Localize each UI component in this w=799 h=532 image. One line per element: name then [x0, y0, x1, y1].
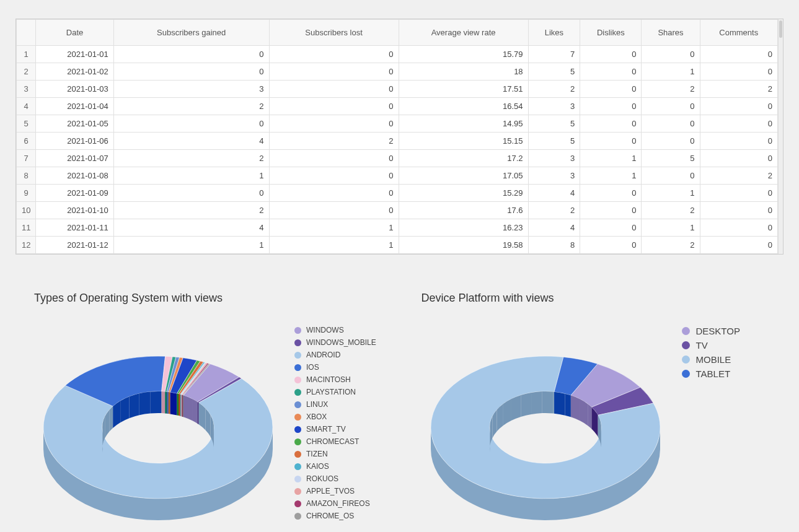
- table-cell[interactable]: 2: [113, 202, 269, 219]
- table-row[interactable]: 32021-01-033017.512022: [17, 81, 778, 98]
- os-donut-chart[interactable]: [34, 322, 282, 532]
- table-cell[interactable]: 2021-01-10: [36, 202, 113, 219]
- table-cell[interactable]: 3: [528, 98, 580, 115]
- table-cell[interactable]: 2021-01-01: [36, 46, 113, 63]
- table-cell[interactable]: 1: [113, 167, 269, 185]
- table-cell[interactable]: 2021-01-07: [36, 150, 113, 167]
- table-cell[interactable]: 2021-01-09: [36, 185, 113, 202]
- col-header[interactable]: Date: [36, 20, 113, 46]
- table-cell[interactable]: 0: [642, 167, 700, 185]
- table-cell[interactable]: 0: [642, 98, 700, 115]
- legend-item[interactable]: TV: [682, 340, 740, 351]
- table-row[interactable]: 42021-01-042016.543000: [17, 98, 778, 115]
- table-cell[interactable]: 2: [113, 150, 269, 167]
- table-cell[interactable]: 2: [642, 81, 700, 98]
- table-cell[interactable]: 15.79: [399, 46, 528, 63]
- table-cell[interactable]: 0: [269, 81, 399, 98]
- table-cell[interactable]: 17.6: [399, 202, 528, 219]
- legend-item[interactable]: WINDOWS: [294, 326, 376, 334]
- legend-item[interactable]: KAIOS: [294, 462, 376, 471]
- table-cell[interactable]: 1: [642, 63, 700, 81]
- table-cell[interactable]: 3: [528, 167, 580, 185]
- table-cell[interactable]: 0: [113, 63, 269, 81]
- table-cell[interactable]: 0: [269, 63, 399, 81]
- table-cell[interactable]: 0: [269, 202, 399, 219]
- table-cell[interactable]: 16.54: [399, 98, 528, 115]
- table-cell[interactable]: 0: [580, 98, 642, 115]
- table-cell[interactable]: 0: [700, 46, 777, 63]
- device-donut-chart[interactable]: [422, 322, 669, 532]
- table-cell[interactable]: 0: [700, 237, 777, 254]
- table-cell[interactable]: 0: [700, 63, 777, 81]
- table-cell[interactable]: 5: [528, 115, 580, 133]
- table-cell[interactable]: 0: [580, 185, 642, 202]
- table-cell[interactable]: 0: [113, 185, 269, 202]
- table-cell[interactable]: 0: [113, 46, 269, 63]
- table-row[interactable]: 122021-01-121119.588020: [17, 237, 778, 254]
- table-cell[interactable]: 2: [269, 133, 399, 150]
- legend-item[interactable]: XBOX: [294, 412, 376, 421]
- table-cell[interactable]: 14.95: [399, 115, 528, 133]
- table-cell[interactable]: 0: [700, 150, 777, 167]
- legend-item[interactable]: IOS: [294, 363, 376, 372]
- table-cell[interactable]: 0: [580, 81, 642, 98]
- table-cell[interactable]: 0: [269, 46, 399, 63]
- table-cell[interactable]: 2021-01-03: [36, 81, 113, 98]
- table-cell[interactable]: 0: [580, 115, 642, 133]
- table-cell[interactable]: 0: [580, 237, 642, 254]
- table-cell[interactable]: 2: [700, 167, 777, 185]
- table-cell[interactable]: 2: [642, 202, 700, 219]
- table-cell[interactable]: 0: [700, 202, 777, 219]
- col-header[interactable]: Subscribers gained: [113, 20, 269, 46]
- table-cell[interactable]: 3: [528, 150, 580, 167]
- table-cell[interactable]: 2021-01-04: [36, 98, 113, 115]
- legend-item[interactable]: CHROME_OS: [294, 512, 376, 520]
- table-scrollbar[interactable]: [778, 19, 783, 254]
- table-row[interactable]: 72021-01-072017.23150: [17, 150, 778, 167]
- table-cell[interactable]: 2: [700, 81, 777, 98]
- legend-item[interactable]: WINDOWS_MOBILE: [294, 338, 376, 347]
- table-cell[interactable]: 0: [642, 115, 700, 133]
- col-header[interactable]: Average view rate: [399, 20, 528, 46]
- table-cell[interactable]: 4: [113, 133, 269, 150]
- table-row[interactable]: 102021-01-102017.62020: [17, 202, 778, 219]
- table-cell[interactable]: 1: [580, 150, 642, 167]
- table-cell[interactable]: 5: [642, 150, 700, 167]
- table-cell[interactable]: 1: [642, 185, 700, 202]
- table-cell[interactable]: 8: [528, 237, 580, 254]
- table-row[interactable]: 92021-01-090015.294010: [17, 185, 778, 202]
- col-header[interactable]: Subscribers lost: [269, 20, 399, 46]
- scrollbar-thumb[interactable]: [779, 20, 782, 38]
- legend-item[interactable]: DESKTOP: [682, 326, 740, 336]
- table-cell[interactable]: 2021-01-05: [36, 115, 113, 133]
- analytics-table[interactable]: DateSubscribers gainedSubscribers lostAv…: [16, 19, 778, 254]
- col-header[interactable]: Comments: [700, 20, 777, 46]
- table-cell[interactable]: 2021-01-12: [36, 237, 113, 254]
- legend-item[interactable]: LINUX: [294, 400, 376, 409]
- table-cell[interactable]: 0: [642, 133, 700, 150]
- table-cell[interactable]: 5: [528, 63, 580, 81]
- table-row[interactable]: 12021-01-010015.797000: [17, 46, 778, 63]
- table-cell[interactable]: 0: [269, 185, 399, 202]
- table-cell[interactable]: 0: [269, 150, 399, 167]
- table-cell[interactable]: 0: [580, 202, 642, 219]
- table-cell[interactable]: 2: [528, 202, 580, 219]
- table-cell[interactable]: 0: [700, 98, 777, 115]
- table-cell[interactable]: 0: [700, 185, 777, 202]
- table-cell[interactable]: 0: [642, 46, 700, 63]
- col-header[interactable]: Shares: [642, 20, 700, 46]
- legend-item[interactable]: AMAZON_FIREOS: [294, 499, 376, 508]
- table-row[interactable]: 82021-01-081017.053102: [17, 167, 778, 185]
- table-cell[interactable]: 4: [528, 219, 580, 237]
- legend-item[interactable]: TIZEN: [294, 450, 376, 458]
- table-cell[interactable]: 0: [113, 115, 269, 133]
- table-cell[interactable]: 2021-01-02: [36, 63, 113, 81]
- table-cell[interactable]: 0: [580, 219, 642, 237]
- table-row[interactable]: 52021-01-050014.955000: [17, 115, 778, 133]
- table-cell[interactable]: 7: [528, 46, 580, 63]
- table-cell[interactable]: 5: [528, 133, 580, 150]
- legend-item[interactable]: TABLET: [682, 368, 740, 379]
- table-cell[interactable]: 1: [113, 237, 269, 254]
- table-cell[interactable]: 0: [700, 133, 777, 150]
- table-cell[interactable]: 0: [580, 133, 642, 150]
